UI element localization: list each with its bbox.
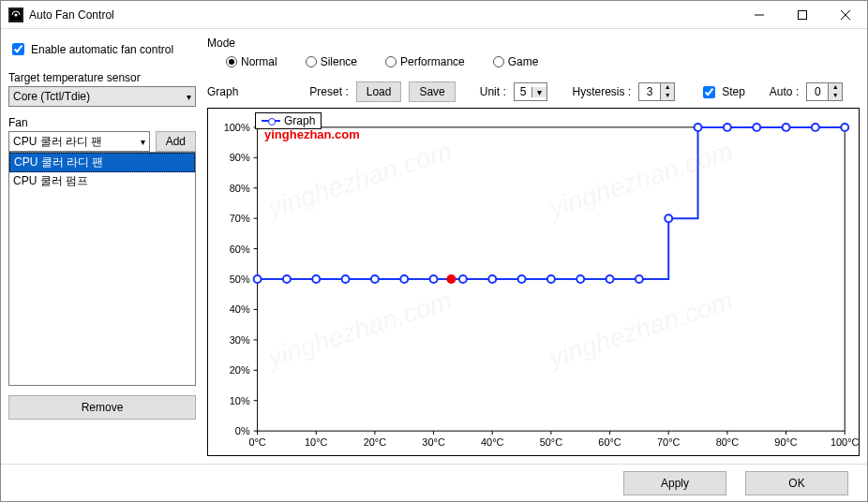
svg-text:80°C: 80°C (716, 436, 740, 448)
unit-value: 5 (515, 85, 532, 98)
radio-icon (226, 56, 237, 67)
svg-text:90%: 90% (230, 152, 250, 163)
window-title: Auto Fan Control (29, 8, 114, 22)
svg-text:50%: 50% (230, 273, 250, 285)
list-item[interactable]: CPU 쿨러 펌프 (9, 172, 195, 190)
svg-text:80%: 80% (230, 183, 250, 194)
svg-point-52 (283, 275, 291, 283)
svg-point-63 (606, 275, 614, 283)
close-button[interactable] (824, 1, 867, 29)
svg-point-51 (254, 275, 262, 283)
svg-point-66 (695, 124, 702, 131)
mode-radio-normal[interactable]: Normal (226, 55, 277, 68)
svg-text:40°C: 40°C (481, 436, 504, 448)
hysteresis-value: 3 (639, 85, 660, 98)
mode-label: Mode (207, 37, 860, 50)
svg-point-70 (812, 124, 819, 131)
step-label: Step (722, 85, 745, 98)
apply-button[interactable]: Apply (623, 471, 726, 495)
auto-spin[interactable]: 0 ▲▼ (806, 82, 843, 101)
graph-label: Graph (207, 85, 238, 98)
radio-icon (493, 56, 504, 67)
svg-point-72 (446, 274, 456, 284)
svg-text:30%: 30% (230, 334, 250, 346)
load-button[interactable]: Load (356, 81, 402, 102)
svg-text:0%: 0% (235, 425, 250, 436)
svg-text:20%: 20% (230, 364, 250, 376)
auto-label: Auto : (770, 85, 799, 98)
svg-point-58 (459, 275, 467, 283)
spin-up-icon[interactable]: ▲ (829, 83, 842, 92)
svg-point-54 (342, 275, 350, 283)
title-bar: Auto Fan Control (1, 1, 867, 29)
fan-combo-value: CPU 쿨러 라디 팬 (13, 134, 102, 150)
svg-point-64 (636, 275, 643, 283)
target-sensor-label: Target temperature sensor (8, 71, 196, 84)
maximize-button[interactable] (781, 1, 824, 29)
hysteresis-spin[interactable]: 3 ▲▼ (638, 82, 675, 101)
svg-point-53 (312, 275, 320, 283)
spin-down-icon[interactable]: ▼ (661, 92, 674, 100)
svg-text:100%: 100% (224, 122, 250, 133)
step-checkbox[interactable]: Step (699, 83, 745, 101)
legend-text: Graph (284, 114, 315, 127)
svg-text:10°C: 10°C (305, 436, 328, 448)
minimize-button[interactable] (738, 1, 781, 29)
preset-label: Preset : (309, 85, 348, 98)
svg-text:90°C: 90°C (774, 436, 798, 448)
svg-text:30°C: 30°C (422, 436, 445, 448)
mode-radio-silence[interactable]: Silence (306, 55, 357, 68)
fan-label: Fan (8, 116, 196, 129)
enable-auto-fan-checkbox[interactable]: Enable automatic fan control (8, 37, 196, 62)
mode-radio-performance[interactable]: Performance (385, 55, 465, 68)
svg-text:10%: 10% (230, 395, 250, 406)
svg-text:40%: 40% (230, 303, 250, 315)
enable-label: Enable automatic fan control (31, 43, 173, 56)
svg-point-59 (488, 275, 496, 283)
svg-point-68 (753, 124, 760, 131)
remove-button[interactable]: Remove (8, 395, 196, 420)
svg-point-71 (841, 124, 848, 131)
list-item[interactable]: CPU 쿨러 라디 팬 (9, 153, 195, 172)
unit-combo[interactable]: 5 ▾ (514, 82, 548, 101)
svg-point-67 (724, 124, 731, 131)
radio-icon (306, 56, 317, 67)
chevron-down-icon: ▾ (187, 92, 191, 102)
ok-button[interactable]: OK (745, 471, 848, 495)
fan-curve-graph[interactable]: yinghezhan.com yinghezhan.com yinghezhan… (207, 108, 860, 456)
step-checkbox-input[interactable] (703, 86, 715, 98)
watermark-text: yinghezhan.com (264, 127, 360, 141)
enable-checkbox-input[interactable] (12, 43, 24, 55)
hysteresis-label: Hysteresis : (572, 85, 631, 98)
svg-point-65 (665, 214, 672, 222)
spin-up-icon[interactable]: ▲ (661, 83, 674, 92)
svg-text:100°C: 100°C (831, 436, 859, 448)
save-button[interactable]: Save (409, 81, 455, 102)
svg-text:70%: 70% (230, 213, 250, 224)
fan-listbox[interactable]: CPU 쿨러 라디 팬 CPU 쿨러 펌프 (8, 152, 196, 386)
spin-down-icon[interactable]: ▼ (829, 92, 842, 100)
chevron-down-icon: ▾ (531, 87, 546, 97)
legend-line-icon (262, 120, 280, 122)
svg-text:70°C: 70°C (657, 436, 681, 448)
svg-point-56 (400, 275, 408, 283)
svg-text:50°C: 50°C (540, 436, 563, 448)
svg-text:0°C: 0°C (248, 436, 265, 448)
target-sensor-combo[interactable]: Core (Tctl/Tdie) ▾ (8, 86, 196, 107)
svg-point-62 (576, 275, 584, 283)
svg-rect-3 (799, 10, 807, 19)
svg-point-69 (783, 124, 790, 131)
fan-combo[interactable]: CPU 쿨러 라디 팬 ▾ (8, 131, 150, 152)
svg-point-57 (430, 275, 438, 283)
add-button[interactable]: Add (156, 131, 196, 152)
unit-label: Unit : (480, 85, 506, 98)
mode-radio-game[interactable]: Game (493, 55, 539, 68)
chart-svg: 0%10%20%30%40%50%60%70%80%90%100%0°C10°C… (208, 109, 859, 455)
svg-text:60%: 60% (230, 244, 250, 255)
svg-text:60°C: 60°C (598, 436, 621, 448)
svg-point-61 (547, 275, 555, 283)
app-icon (8, 7, 23, 22)
target-sensor-value: Core (Tctl/Tdie) (13, 90, 90, 103)
chevron-down-icon: ▾ (141, 137, 145, 147)
svg-point-1 (15, 13, 18, 16)
